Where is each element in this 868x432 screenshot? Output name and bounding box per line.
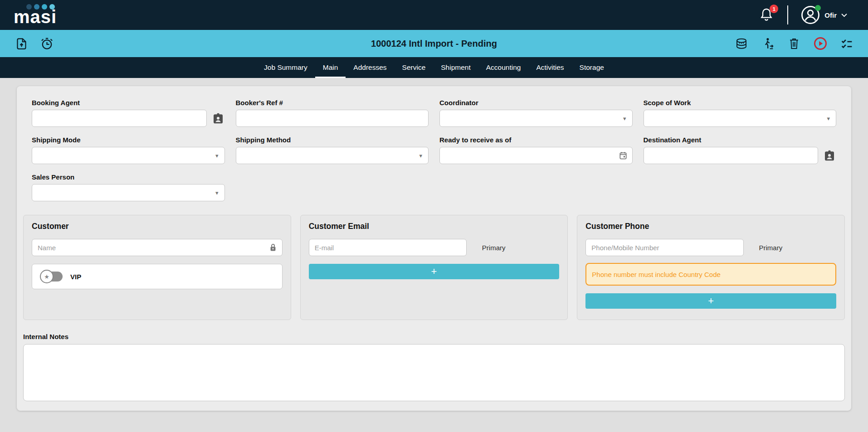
phone-primary-label: Primary — [759, 244, 783, 252]
dropdown-arrow-icon: ▾ — [827, 115, 830, 122]
customer-phone-input[interactable] — [585, 239, 743, 256]
calendar-icon[interactable] — [619, 151, 628, 160]
scope-of-work-select[interactable]: ▾ — [644, 110, 837, 127]
logo-text: masi — [14, 8, 57, 26]
contact-card-icon[interactable] — [823, 149, 836, 162]
booking-agent-label: Booking Agent — [32, 99, 225, 107]
alarm-clock-icon[interactable] — [40, 37, 54, 50]
tab-accounting[interactable]: Accounting — [478, 57, 529, 78]
job-toolbar: 1000124 Intl Import - Pending — [0, 30, 868, 57]
customer-email-card: Customer Email Primary + — [300, 215, 568, 320]
bookers-ref-label: Booker's Ref # — [236, 99, 429, 107]
tab-storage[interactable]: Storage — [572, 57, 612, 78]
add-email-button[interactable]: + — [309, 264, 560, 279]
masi-logo[interactable]: masi — [14, 4, 57, 26]
field-shipping-mode: Shipping Mode ▾ — [32, 136, 225, 164]
user-avatar-icon — [801, 5, 820, 24]
ready-to-receive-date-input[interactable] — [439, 147, 633, 164]
coordinator-select[interactable]: ▾ — [439, 110, 633, 127]
main-panel: Booking Agent Booker's Ref # Coordinator… — [17, 86, 851, 411]
customer-name-input[interactable] — [32, 239, 283, 256]
internal-notes-section: Internal Notes — [23, 333, 845, 403]
customer-phone-card-title: Customer Phone — [585, 222, 836, 231]
coordinator-label: Coordinator — [439, 99, 633, 107]
trash-icon[interactable] — [787, 37, 801, 50]
ready-to-receive-label: Ready to receive as of — [439, 136, 633, 144]
customer-phone-card: Customer Phone Primary Phone number must… — [577, 215, 845, 320]
dropdown-arrow-icon: ▾ — [419, 152, 422, 159]
header-divider — [787, 5, 788, 24]
add-phone-button[interactable]: + — [585, 293, 836, 309]
customer-card: Customer ★ V — [23, 215, 291, 320]
shipping-mode-label: Shipping Mode — [32, 136, 225, 144]
presence-dot — [815, 5, 821, 11]
customer-email-card-title: Customer Email — [309, 222, 560, 231]
field-shipping-method: Shipping Method ▾ — [236, 136, 429, 164]
scope-of-work-label: Scope of Work — [644, 99, 837, 107]
vip-label: VIP — [70, 273, 81, 281]
notifications-button[interactable]: 1 — [759, 7, 775, 23]
user-menu[interactable]: Ofir — [801, 5, 847, 24]
walk-steps-icon[interactable] — [761, 37, 775, 50]
tab-main[interactable]: Main — [315, 57, 346, 78]
toggle-thumb: ★ — [40, 270, 54, 283]
sales-person-label: Sales Person — [32, 173, 225, 181]
job-tabbar: Job Summary Main Addresses Service Shipm… — [0, 57, 868, 78]
bell-icon — [759, 15, 774, 23]
phone-warning-message: Phone number must include Country Code — [585, 263, 836, 286]
chevron-down-icon — [841, 11, 847, 19]
notification-badge: 1 — [770, 5, 778, 13]
field-scope-of-work: Scope of Work ▾ — [644, 99, 837, 127]
field-coordinator: Coordinator ▾ — [439, 99, 633, 127]
field-ready-to-receive: Ready to receive as of — [439, 136, 633, 164]
shipping-mode-select[interactable]: ▾ — [32, 147, 225, 164]
destination-agent-label: Destination Agent — [644, 136, 837, 144]
vip-toggle[interactable]: ★ — [40, 270, 63, 283]
tab-activities[interactable]: Activities — [528, 57, 571, 78]
shipping-method-select[interactable]: ▾ — [236, 147, 429, 164]
contact-card-icon[interactable] — [211, 112, 225, 125]
dropdown-arrow-icon: ▾ — [215, 152, 219, 159]
field-destination-agent: Destination Agent — [644, 136, 837, 164]
field-booking-agent: Booking Agent — [32, 99, 225, 127]
top-header: masi 1 Ofir — [0, 0, 868, 30]
tab-service[interactable]: Service — [395, 57, 434, 78]
dropdown-arrow-icon: ▾ — [215, 189, 219, 196]
bookers-ref-input[interactable] — [236, 110, 429, 127]
email-primary-label: Primary — [482, 244, 506, 252]
tab-addresses[interactable]: Addresses — [346, 57, 394, 78]
job-form: Booking Agent Booker's Ref # Coordinator… — [23, 99, 845, 201]
lock-icon — [268, 243, 278, 252]
destination-agent-input[interactable] — [644, 147, 819, 164]
star-icon: ★ — [44, 274, 49, 280]
main-content: Booking Agent Booker's Ref # Coordinator… — [0, 86, 868, 432]
internal-notes-textarea[interactable] — [23, 344, 845, 401]
dropdown-arrow-icon: ▾ — [623, 115, 626, 122]
booking-agent-input[interactable] — [32, 110, 207, 127]
field-bookers-ref: Booker's Ref # — [236, 99, 429, 127]
vip-row: ★ VIP — [32, 264, 283, 289]
shipping-method-label: Shipping Method — [236, 136, 429, 144]
file-upload-icon[interactable] — [15, 37, 28, 50]
customer-card-title: Customer — [32, 222, 283, 231]
tab-job-summary[interactable]: Job Summary — [256, 57, 315, 78]
sales-person-select[interactable]: ▾ — [32, 184, 225, 201]
tab-shipment[interactable]: Shipment — [433, 57, 478, 78]
customer-email-input[interactable] — [309, 239, 467, 256]
checklist-icon[interactable] — [840, 37, 853, 50]
billing-coins-icon[interactable] — [735, 37, 748, 50]
play-icon[interactable] — [814, 37, 827, 50]
field-sales-person: Sales Person ▾ — [32, 173, 225, 201]
internal-notes-label: Internal Notes — [23, 333, 845, 340]
job-title: 1000124 Intl Import - Pending — [371, 39, 497, 49]
user-name: Ofir — [824, 11, 837, 19]
